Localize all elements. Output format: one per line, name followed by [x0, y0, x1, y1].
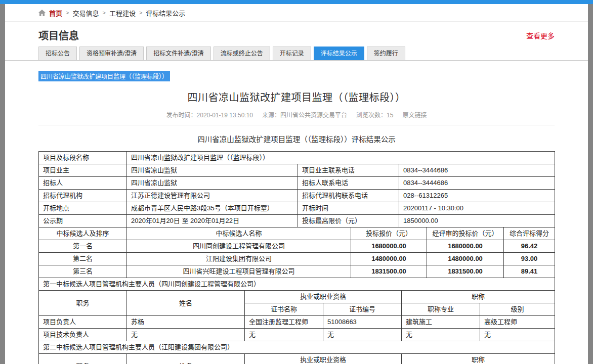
info-label-cell: 开标地点: [39, 202, 127, 215]
personnel-level: 高级工程师: [480, 316, 555, 329]
breadcrumb-separator: >: [139, 10, 142, 16]
breadcrumb-engineering-link[interactable]: 工程建设: [109, 8, 136, 18]
candidate-bid: 1831500.00: [351, 265, 427, 278]
personnel-cert-no: 51008663: [323, 316, 402, 329]
breadcrumb-separator: >: [66, 10, 69, 16]
column-header: 职称专业: [402, 303, 480, 316]
tab-evaluation-result[interactable]: 评标结果公示: [314, 47, 364, 60]
info-value-cell: 江苏正德建设管理有限公司: [127, 190, 298, 202]
candidate-row: 第二名 江阳建设集团有限公司 1480000.00 1480000.00 93.…: [39, 253, 555, 265]
publish-time: 发布时间：2020-01-19 13:50:10: [166, 112, 253, 119]
info-label-cell: 招标人联系电话: [298, 177, 399, 190]
personnel-header-row: 职务 姓名 执业或职业资格 职称: [39, 291, 555, 303]
column-header: 职务: [39, 354, 127, 364]
candidate-row: 第一名 四川同创建设工程管理有限公司 1680000.00 1680000.00…: [39, 240, 555, 253]
personnel-duty: 项目技术负责人: [39, 329, 127, 341]
personnel-row: 项目负责人 苏杨 全国注册监理工程师 51008663 建筑施工 高级工程师: [39, 316, 555, 329]
personnel-section-title: 第一中标候选人项目管理机构主要人员（四川同创建设工程管理有限公司）: [39, 278, 555, 291]
column-header: 执业或职业资格: [245, 291, 402, 303]
section-head: 项目信息 查看更多: [38, 22, 555, 47]
personnel-header-row: 职务 姓名 执业或职业资格 职称: [39, 354, 555, 364]
table-row: 开标地点 成都市青羊区人民中路3段35号（本项目开标室） 开标时间 202001…: [39, 202, 555, 215]
personnel-major: 建筑施工: [402, 316, 480, 329]
breadcrumb: 首页 > 交易信息 > 工程建设 > 评标结果公示: [38, 4, 555, 21]
source: 来源：四川省公共资源交易平台: [262, 112, 347, 119]
candidate-score: 89.41: [504, 265, 555, 278]
column-header: 中标候选人名称: [127, 228, 351, 240]
home-icon[interactable]: [38, 10, 46, 16]
personnel-name: 无: [127, 329, 245, 341]
table-row: 招标代理机构 江苏正德建设管理有限公司 招标代理机构联系电话 028--6131…: [39, 190, 555, 202]
candidates-header-row: 中标候选人及排序 中标候选人名称 投标报价（元） 经评审的投标价（元） 综合评标…: [39, 228, 555, 240]
info-value-cell: 0834--3444686: [399, 177, 555, 190]
candidate-row: 第三名 四川省兴旺建设工程项目管理有限公司 1831500.00 1831500…: [39, 265, 555, 278]
info-value-cell: 0834--3444686: [399, 164, 555, 177]
column-header: 执业或职业资格: [245, 354, 402, 364]
info-label-cell: 项目及标段名称: [39, 152, 127, 164]
article-meta: 发布时间：2020-01-19 13:50:10来源：四川省公共资源交易平台浏览…: [38, 110, 555, 119]
breadcrumb-home-link[interactable]: 首页: [49, 8, 62, 18]
personnel-level: 无: [480, 329, 555, 341]
article-subtitle: 四川省凉山监狱改扩建项目监理（（监理标段））评标结果公示: [38, 133, 555, 144]
original-link[interactable]: 原文链接: [402, 112, 427, 119]
breadcrumb-separator: >: [102, 10, 105, 16]
candidate-name: 江阳建设集团有限公司: [127, 253, 351, 265]
tab-bid-announcement[interactable]: 招标公告: [38, 47, 77, 60]
tab-bid-opening-record[interactable]: 开标记录: [273, 47, 311, 60]
table-row: 项目及标段名称 四川省凉山监狱改扩建项目监理（（监理标段））: [39, 152, 555, 164]
info-value-cell: 2020年01月20日 至 2020年01月22日: [127, 215, 298, 228]
candidate-name: 四川同创建设工程管理有限公司: [127, 240, 351, 253]
personnel-cert-name: 全国注册监理工程师: [245, 316, 323, 329]
table-row: 项目业主 四川省凉山监狱 项目业主联系电话 0834--3444686: [39, 164, 555, 177]
column-header: 级别: [480, 303, 555, 316]
selected-announcement-link[interactable]: 四川省凉山监狱改扩建项目监理（（监理标段））: [38, 71, 170, 81]
personnel-duty: 项目负责人: [39, 316, 127, 329]
info-value-cell: 028--61312265: [399, 190, 555, 202]
personnel-table-1: 第一中标候选人项目管理机构主要人员（四川同创建设工程管理有限公司） 职务 姓名 …: [38, 278, 555, 341]
breadcrumb-evaluation-result-link[interactable]: 评标结果公示: [146, 8, 185, 18]
personnel-cert-no: 无: [323, 329, 402, 341]
tab-bar-wrap: 招标公告 资格预审补遗/澄清 招标文件补遗/澄清 流标或终止公告 开标记录 评标…: [5, 47, 588, 61]
candidate-rank: 第二名: [39, 253, 127, 265]
breadcrumb-trade-info-link[interactable]: 交易信息: [72, 8, 99, 18]
column-header: 证书名称: [245, 303, 323, 316]
personnel-row: 项目技术负责人 无 无 无 无 无: [39, 329, 555, 341]
breadcrumb-bar: 首页 > 交易信息 > 工程建设 > 评标结果公示: [5, 4, 588, 22]
column-header: 姓名: [127, 354, 245, 364]
tab-bar: 招标公告 资格预审补遗/澄清 招标文件补遗/澄清 流标或终止公告 开标记录 评标…: [38, 47, 555, 60]
info-value-cell: 1850000.00: [399, 215, 555, 228]
table-row: 公示期 2020年01月20日 至 2020年01月22日 投标最高限价（元） …: [39, 215, 555, 228]
column-header: 中标候选人及排序: [39, 228, 127, 240]
article-title: 四川省凉山监狱改扩建项目监理（（监理标段））: [38, 89, 555, 104]
info-label-cell: 投标最高限价（元）: [298, 215, 399, 228]
info-label-cell: 开标时间: [298, 202, 399, 215]
page-title: 项目信息: [38, 28, 79, 42]
info-label-cell: 项目业主联系电话: [298, 164, 399, 177]
info-value-cell: 四川省凉山监狱: [127, 177, 298, 190]
column-header: 姓名: [127, 291, 245, 316]
candidate-reviewed-bid: 1680000.00: [427, 240, 504, 253]
info-label-cell: 公示期: [39, 215, 127, 228]
info-label-cell: 项目业主: [39, 164, 127, 177]
personnel-section-title-row: 第一中标候选人项目管理机构主要人员（四川同创建设工程管理有限公司）: [39, 278, 555, 291]
page-container: 首页 > 交易信息 > 工程建设 > 评标结果公示 项目信息 查看更多 招标公告…: [5, 4, 588, 364]
candidate-bid: 1480000.00: [351, 253, 427, 265]
candidate-reviewed-bid: 1831500.00: [427, 265, 504, 278]
tab-contract-performance[interactable]: 签约履行: [367, 47, 405, 60]
personnel-name: 苏杨: [127, 316, 245, 329]
view-count: 浏览次数：15: [356, 112, 393, 119]
column-header: 证书编号: [323, 303, 402, 316]
candidate-score: 96.42: [504, 240, 555, 253]
candidates-table: 中标候选人及排序 中标候选人名称 投标报价（元） 经评审的投标价（元） 综合评标…: [38, 227, 555, 278]
personnel-table-2: 第二中标候选人项目管理机构主要人员（江阳建设集团有限公司） 职务 姓名 执业或职…: [38, 341, 555, 364]
tab-bid-doc-clarification[interactable]: 招标文件补遗/澄清: [146, 47, 210, 60]
column-header: 职称: [402, 354, 555, 364]
column-header: 职务: [39, 291, 127, 316]
info-label-cell: 招标代理机构: [39, 190, 127, 202]
tab-prequalification-clarification[interactable]: 资格预审补遗/澄清: [79, 47, 144, 60]
info-value-cell: 20200117 - 10:30:00: [399, 202, 555, 215]
column-header: 经评审的投标价（元）: [427, 228, 504, 240]
tab-failed-or-terminated-notice[interactable]: 流标或终止公告: [214, 47, 270, 60]
personnel-section-title: 第二中标候选人项目管理机构主要人员（江阳建设集团有限公司）: [39, 341, 555, 354]
view-more-link[interactable]: 查看更多: [526, 30, 555, 40]
